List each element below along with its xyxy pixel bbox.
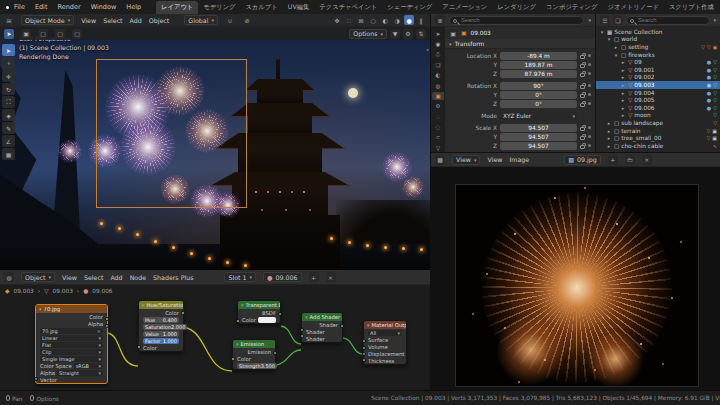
lock-icon[interactable] [580,64,585,68]
disclosure-icon[interactable]: ▸ [613,44,619,50]
image-canvas[interactable] [431,167,720,390]
scale-tool[interactable]: ⛶ [2,96,15,108]
editor-type-icon[interactable]: ▩ [435,155,445,165]
menu-window[interactable]: Window [91,3,117,11]
disclosure-icon[interactable]: ▸ [620,112,626,118]
node-menu-select[interactable]: Select [84,274,103,281]
rotation-y-field[interactable]: 0° [500,91,577,99]
disclosure-icon[interactable]: ▸ [620,67,626,73]
scale-x-field[interactable]: 94.507 [500,124,577,132]
socket-vector-in[interactable] [34,377,38,381]
animate-dot[interactable] [588,63,591,66]
menu-file[interactable]: File [14,3,25,11]
measure-tool[interactable]: ∠ [2,135,15,147]
shading-rendered-icon[interactable]: ● [404,15,414,25]
outliner-filter-icon[interactable]: ▾ [713,17,716,23]
animate-dot[interactable] [588,102,591,105]
display-mode-icon[interactable]: ❏ [613,15,623,25]
outliner-item-sub-landscape[interactable]: ▸▢sub landscape▽ [596,119,720,127]
outliner-item-09-004[interactable]: ▸▽09.004●▽ [596,89,720,97]
workspace-tab-6[interactable]: アニメーション [437,1,492,14]
tab-tool[interactable]: ➤ [432,30,444,38]
lock-icon[interactable] [580,103,585,107]
npanel-collapse-arrow[interactable]: ‹ [426,46,429,54]
select-mode-extend-icon[interactable]: ▢ [38,29,48,39]
viewport-menu-object[interactable]: Object [149,17,170,24]
render-region-box[interactable] [96,59,247,208]
select-mode-invert-icon[interactable]: ▢ [72,29,82,39]
add-shader-node[interactable]: ▾Add Shader Shader Shader Shader [301,312,343,343]
options-dropdown[interactable]: Options▾ [349,29,387,39]
object-name[interactable]: 09.003 [470,30,490,36]
add-cube-tool[interactable]: ▦ [2,148,15,160]
workspace-tab-5[interactable]: シェーディング [382,1,437,14]
emission-node[interactable]: ▾Emission Emission Color Strength3.500 [232,339,276,370]
outliner-item-scene-collection[interactable]: ▾▦Scene Collection [596,28,720,36]
outliner-item-moon[interactable]: ▸▽moon▽ [596,112,720,120]
outliner-item-world[interactable]: ▾▢world [596,36,720,44]
socket-volume-in[interactable] [362,346,366,350]
saturation-field[interactable]: Saturation2.000 [143,324,187,330]
animate-dot[interactable] [588,144,591,147]
socket-color-in[interactable] [236,319,240,323]
viewport-3d[interactable]: ⊞ Object Mode▾ View Select Add Object Gl… [0,14,430,270]
socket-shader-out[interactable] [340,324,344,328]
editor-type-icon[interactable]: ≣ [435,15,445,25]
cursor-tool[interactable]: ＋ [2,57,15,69]
tab-render[interactable]: ◉ [432,40,444,48]
workspace-tab-0[interactable]: レイアウト [156,1,198,14]
workspace-tab-4[interactable]: テクスチャペイント [314,1,382,14]
outliner-item-setting[interactable]: ▸▢setting▽▽◉ [596,43,720,51]
alpha-mode-dropdown[interactable]: Straight▾ [57,370,103,376]
properties-search[interactable] [449,16,584,25]
image-editor[interactable]: ▩ View▾ View Image ▩ 09.jpg + 🗀 × [431,153,720,390]
outliner-item-tree-small-00[interactable]: ▸▢tree_small_00▽▣ [596,134,720,142]
extension-dropdown[interactable]: Clip▾ [40,349,103,355]
tab-constraints[interactable]: ⊂ [432,133,444,141]
disclosure-icon[interactable]: ▸ [620,90,626,96]
outliner-item-cho-chin-cable[interactable]: ▸▢cho-chin cable∿ [596,142,720,150]
material-slot-selector[interactable]: Slot 1▾ [224,272,256,282]
material-output-node[interactable]: ▾Material Output All▾ Surface Volume Dis… [363,320,407,365]
tab-physics[interactable]: ◌ [432,123,444,131]
disclosure-icon[interactable]: ▸ [620,97,626,103]
tab-scene[interactable]: ◐ [432,71,444,79]
socket-thickness-in[interactable] [362,358,366,362]
menu-edit[interactable]: Edit [35,3,48,11]
disclosure-icon[interactable]: ▾ [599,29,605,35]
disclosure-icon[interactable]: ▸ [606,143,612,149]
menu-render[interactable]: Render [57,3,80,11]
node-menu-view[interactable]: View [62,274,77,281]
image-menu-image[interactable]: Image [509,156,529,163]
colorspace-dropdown[interactable]: sRGB▾ [74,363,103,369]
value-field[interactable]: Value1.000 [143,331,179,337]
disclosure-icon[interactable]: ▸ [620,82,626,88]
source-dropdown[interactable]: Single Image▾ [40,356,103,362]
tab-data[interactable]: ▽ [432,144,444,152]
viewport-menu-add[interactable]: Add [130,17,142,24]
location-z-field[interactable]: 87.976 m [500,70,577,78]
lock-icon[interactable] [580,55,585,59]
tab-view-layer[interactable]: ❏ [432,61,444,69]
image-open-button[interactable]: 🗀 [625,155,635,165]
workspace-tab-2[interactable]: スカルプト [241,1,283,14]
node-menu-node[interactable]: Node [130,274,146,281]
image-datablock-field[interactable]: 70.jpg× [40,328,103,334]
move-tool[interactable]: ✛ [2,70,15,82]
image-new-button[interactable]: + [608,155,618,165]
hue-field[interactable]: Hue0.400 [143,317,179,323]
editor-type-icon[interactable]: ☰ [600,15,610,25]
tab-object[interactable]: ▣ [432,92,444,100]
image-menu-view[interactable]: View [487,156,502,163]
pause-render-button[interactable]: ‖ [416,15,426,25]
tab-modifiers[interactable]: ⚙ [432,102,444,110]
disclosure-icon[interactable]: ▸ [606,128,612,134]
disclosure-icon[interactable]: ▸ [620,74,626,80]
disclosure-icon[interactable]: ▾ [606,36,612,42]
lock-icon[interactable] [580,127,585,131]
material-datablock[interactable]: ●09.006 [263,272,302,282]
properties-search-input[interactable] [461,17,521,23]
disclosure-icon[interactable]: ▾ [613,52,619,58]
scale-y-field[interactable]: 94.507 [500,133,577,141]
outliner-search[interactable] [626,16,710,25]
